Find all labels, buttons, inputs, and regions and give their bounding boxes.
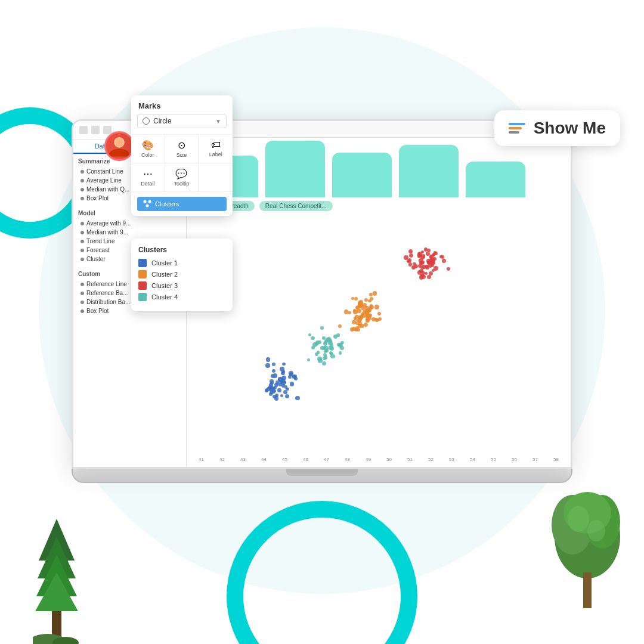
clusters-label: Clusters: [155, 200, 179, 208]
label-icon: 🏷: [211, 140, 221, 150]
color-icon: 🎨: [142, 140, 154, 151]
scatter-dot: [270, 390, 274, 394]
pill-bar-3: [332, 153, 392, 197]
clusters-icon: [143, 200, 151, 208]
scatter-dot: [307, 358, 310, 361]
scatter-dot: [352, 327, 356, 331]
tooltip-label: Tooltip: [174, 181, 189, 187]
dot-icon: [80, 197, 84, 200]
svg-point-13: [568, 506, 589, 532]
sidebar-item-median-95[interactable]: Median with 9...: [78, 228, 181, 237]
scatter-dot: [427, 275, 431, 279]
marks-color-btn[interactable]: 🎨 Color: [131, 135, 165, 163]
cluster-3-label: Cluster 3: [151, 282, 178, 289]
scatter-dot: [361, 312, 364, 316]
detail-label: Detail: [141, 181, 154, 187]
tree-decoration-left: [33, 513, 80, 644]
show-me-bar-3: [509, 131, 519, 134]
pill-bars-row: [187, 138, 571, 197]
scatter-dot: [441, 255, 444, 259]
scatter-dot: [377, 312, 381, 315]
avatar: [104, 131, 134, 161]
chart-area: Entire View Shoulder Breadth Real Chess …: [187, 121, 571, 467]
dot-icon: [80, 188, 84, 191]
scatter-dot: [447, 267, 450, 271]
scatter-dot: [408, 258, 411, 262]
dot-icon: [80, 309, 84, 313]
detail-icon: ⋯: [143, 168, 153, 179]
scatter-dot: [283, 390, 287, 394]
svg-point-17: [148, 200, 151, 203]
scatter-dot: [320, 326, 323, 329]
sidebar-item-average-95[interactable]: Average with 9...: [78, 219, 181, 228]
show-me-label: Show Me: [534, 119, 606, 138]
scatter-dot: [355, 315, 359, 319]
scatter-dot: [308, 333, 311, 336]
scatter-dot: [369, 293, 373, 296]
scatter-dot: [366, 313, 370, 318]
cluster-item-2: Cluster 2: [138, 270, 225, 278]
chevron-down-icon: ▼: [215, 118, 221, 125]
sidebar-icon-1: [79, 126, 88, 134]
dot-icon: [80, 292, 84, 295]
scatter-dot: [337, 343, 340, 346]
scatter-plot: [199, 199, 559, 449]
cluster-1-label: Cluster 1: [151, 259, 178, 267]
scatter-dot: [265, 363, 270, 368]
dot-icon: [80, 231, 84, 234]
scatter-dot: [422, 255, 425, 259]
cluster-4-color: [138, 293, 147, 301]
pill-bar-5: [466, 162, 525, 197]
dot-icon: [80, 222, 84, 225]
scatter-dot: [294, 377, 298, 380]
pill-bar-4: [399, 145, 459, 197]
scatter-dot: [411, 265, 416, 270]
size-label: Size: [177, 152, 187, 158]
scatter-dot: [280, 394, 284, 398]
dot-icon: [80, 240, 84, 243]
marks-clusters-button[interactable]: Clusters: [137, 197, 227, 211]
marks-size-btn[interactable]: ⊙ Size: [165, 135, 199, 163]
show-me-button[interactable]: Show Me: [494, 110, 620, 146]
scatter-dot: [339, 351, 342, 354]
cluster-2-color: [138, 270, 147, 278]
scatter-dot: [330, 346, 334, 351]
sidebar-icon-2: [91, 126, 100, 134]
marks-panel-title: Marks: [131, 95, 233, 114]
scatter-dot: [376, 318, 379, 321]
show-me-bar-2: [509, 127, 522, 129]
scatter-dot: [275, 394, 278, 397]
dot-icon: [80, 179, 84, 182]
pill-bar-2: [265, 141, 325, 197]
scatter-dot: [317, 357, 321, 361]
tooltip-icon: 💬: [175, 168, 187, 179]
label-text: Label: [209, 151, 222, 157]
dot-icon: [80, 170, 84, 174]
marks-tooltip-btn[interactable]: 💬 Tooltip: [165, 163, 199, 191]
cluster-3-color: [138, 281, 147, 290]
scatter-dot: [266, 357, 270, 361]
clusters-panel-title: Clusters: [138, 246, 225, 254]
scatter-dot: [434, 266, 438, 271]
scatter-dot: [323, 357, 326, 360]
scatter-dot: [368, 299, 371, 303]
scatter-dot: [295, 396, 299, 400]
scatter-dot: [364, 298, 368, 302]
scatter-dot: [364, 323, 368, 327]
dot-icon: [80, 249, 84, 252]
marks-type-dropdown[interactable]: Circle ▼: [137, 114, 227, 128]
scatter-dot: [320, 346, 324, 350]
cluster-2-label: Cluster 2: [151, 271, 178, 278]
scatter-dot: [351, 297, 354, 300]
scatter-dot: [274, 383, 278, 387]
marks-detail-btn[interactable]: ⋯ Detail: [131, 163, 165, 191]
scatter-dot: [290, 382, 294, 386]
scatter-dot: [317, 351, 320, 354]
svg-rect-15: [583, 572, 592, 608]
scatter-dot: [366, 318, 369, 321]
marks-label-btn[interactable]: 🏷 Label: [199, 135, 233, 163]
x-axis-labels: 41 42 43 44 45 46 47 48 49 50 51 52 53 5…: [199, 457, 559, 462]
size-icon: ⊙: [178, 140, 185, 151]
scatter-dot: [371, 317, 376, 321]
svg-point-18: [146, 205, 149, 208]
